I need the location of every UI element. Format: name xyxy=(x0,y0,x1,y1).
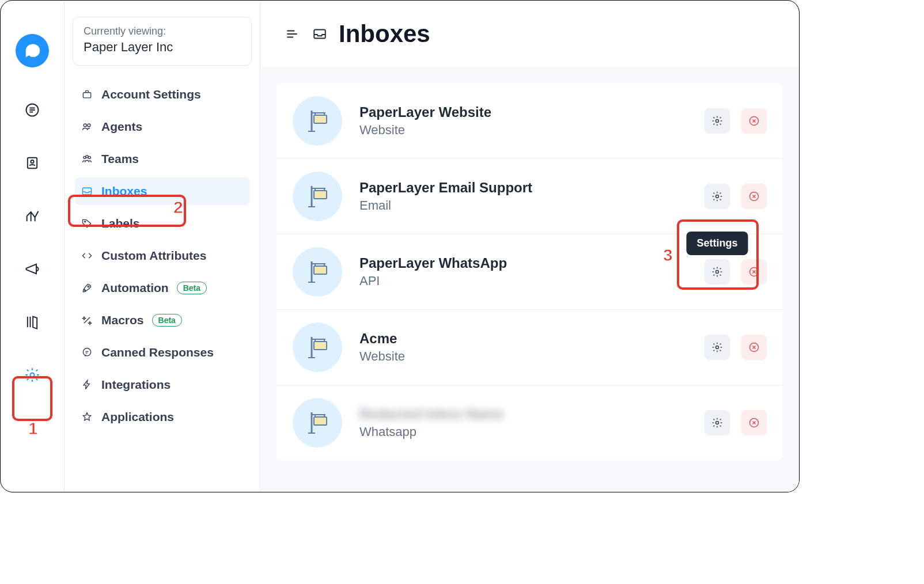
inbox-icon xyxy=(311,25,328,43)
sidebar-item-label: Macros xyxy=(101,313,144,327)
menu-icon[interactable] xyxy=(283,25,301,43)
sidebar-item-label: Canned Responses xyxy=(101,346,214,359)
svg-point-29 xyxy=(716,195,719,198)
svg-point-53 xyxy=(716,422,719,424)
sidebar-item-label: Automation xyxy=(101,281,169,295)
svg-point-3 xyxy=(31,373,35,377)
code-icon xyxy=(81,249,93,262)
inbox-actions xyxy=(705,410,767,435)
main-header: Inboxes xyxy=(260,1,799,67)
inbox-row: PaperLayer WebsiteWebsite xyxy=(277,84,783,159)
sidebar-item-label: Custom Attributes xyxy=(101,249,206,263)
svg-rect-48 xyxy=(314,417,327,425)
inbox-delete-button[interactable] xyxy=(741,184,767,209)
sidebar-item-label: Inboxes xyxy=(101,184,147,198)
inbox-name: PaperLayer WhatsApp xyxy=(359,255,687,271)
sidebar-item-labels[interactable]: Labels xyxy=(75,210,249,237)
sidebar-item-inboxes[interactable]: Inboxes xyxy=(75,177,249,205)
inbox-actions xyxy=(705,335,767,360)
chat-icon xyxy=(81,346,93,359)
beta-badge: Beta xyxy=(177,282,207,294)
svg-point-21 xyxy=(716,120,719,123)
inbox-avatar xyxy=(293,247,342,297)
svg-point-9 xyxy=(86,156,88,158)
inbox-delete-button[interactable] xyxy=(741,259,767,285)
campaigns-icon[interactable] xyxy=(22,259,43,279)
settings-tooltip: Settings xyxy=(686,232,748,255)
inbox-settings-button[interactable] xyxy=(705,108,730,134)
sidebar-item-integrations[interactable]: Integrations xyxy=(75,371,249,399)
svg-point-6 xyxy=(88,124,90,127)
svg-rect-24 xyxy=(314,191,327,199)
account-switcher[interactable]: Currently viewing: Paper Layer Inc xyxy=(73,17,252,66)
inbox-list: PaperLayer WebsiteWebsitePaperLayer Emai… xyxy=(277,84,783,460)
briefcase-icon xyxy=(81,88,93,101)
main-content: Inboxes PaperLayer WebsiteWebsitePaperLa… xyxy=(260,1,799,492)
rocket-icon xyxy=(81,282,93,294)
inbox-channel: Email xyxy=(359,198,687,213)
sidebar-item-applications[interactable]: Applications xyxy=(75,403,249,431)
signboard-icon xyxy=(304,258,331,286)
svg-point-13 xyxy=(83,348,90,356)
inbox-channel: Website xyxy=(359,123,687,138)
chat-bubble-icon xyxy=(24,42,41,59)
inbox-channel: Whatsapp xyxy=(359,424,687,439)
inbox-channel: Website xyxy=(359,349,687,364)
svg-point-12 xyxy=(88,286,89,287)
inbox-icon xyxy=(81,185,93,198)
inbox-name: PaperLayer Email Support xyxy=(359,180,687,196)
inbox-text: Redacted Inbox NameWhatsapp xyxy=(359,406,687,439)
inbox-delete-button[interactable] xyxy=(741,108,767,134)
sidebar-item-account-settings[interactable]: Account Settings xyxy=(75,81,249,108)
beta-badge: Beta xyxy=(152,314,182,327)
conversations-icon[interactable] xyxy=(22,100,43,120)
inbox-avatar xyxy=(293,96,342,146)
account-name: Paper Layer Inc xyxy=(84,40,241,55)
app-logo[interactable] xyxy=(16,34,49,67)
svg-rect-40 xyxy=(314,342,327,350)
inbox-channel: API xyxy=(359,274,687,289)
contacts-icon[interactable] xyxy=(22,153,43,173)
svg-rect-32 xyxy=(314,266,327,274)
settings-sidebar: Currently viewing: Paper Layer Inc Accou… xyxy=(64,1,260,492)
inbox-name: PaperLayer Website xyxy=(359,104,687,120)
page-title: Inboxes xyxy=(339,20,430,48)
star-icon xyxy=(81,411,93,423)
settings-icon[interactable] xyxy=(22,365,43,385)
content-area: PaperLayer WebsiteWebsitePaperLayer Emai… xyxy=(260,67,799,492)
sidebar-item-label: Teams xyxy=(101,152,139,166)
inbox-text: PaperLayer Email SupportEmail xyxy=(359,180,687,213)
inbox-actions: Settings xyxy=(705,259,767,285)
help-icon[interactable] xyxy=(22,312,43,332)
inbox-delete-button[interactable] xyxy=(741,335,767,360)
primary-nav-rail xyxy=(1,1,64,492)
sidebar-item-label: Labels xyxy=(101,217,140,230)
svg-point-2 xyxy=(31,160,33,163)
inbox-settings-button[interactable] xyxy=(705,184,730,209)
inbox-delete-button[interactable] xyxy=(741,410,767,435)
sidebar-item-teams[interactable]: Teams xyxy=(75,145,249,173)
inbox-settings-button[interactable] xyxy=(705,259,730,285)
tag-icon xyxy=(81,217,93,230)
svg-point-37 xyxy=(716,271,719,274)
sidebar-item-macros[interactable]: MacrosBeta xyxy=(75,306,249,334)
sidebar-item-label: Integrations xyxy=(101,378,171,392)
people-group-icon xyxy=(81,153,93,165)
svg-point-45 xyxy=(716,346,719,349)
svg-rect-16 xyxy=(314,115,327,123)
svg-point-11 xyxy=(85,221,86,222)
inbox-name: Redacted Inbox Name xyxy=(359,406,687,422)
inbox-settings-button[interactable] xyxy=(705,410,730,435)
signboard-icon xyxy=(304,409,331,437)
sidebar-item-canned-responses[interactable]: Canned Responses xyxy=(75,339,249,366)
sidebar-item-custom-attributes[interactable]: Custom Attributes xyxy=(75,242,249,270)
svg-rect-10 xyxy=(83,188,92,195)
signboard-icon xyxy=(304,107,331,135)
signboard-icon xyxy=(304,183,331,210)
reports-icon[interactable] xyxy=(22,206,43,226)
inbox-settings-button[interactable] xyxy=(705,335,730,360)
svg-rect-4 xyxy=(83,93,90,98)
inbox-row: PaperLayer WhatsAppAPISettings xyxy=(277,234,783,310)
sidebar-item-agents[interactable]: Agents xyxy=(75,113,249,141)
sidebar-item-automation[interactable]: AutomationBeta xyxy=(75,274,249,302)
